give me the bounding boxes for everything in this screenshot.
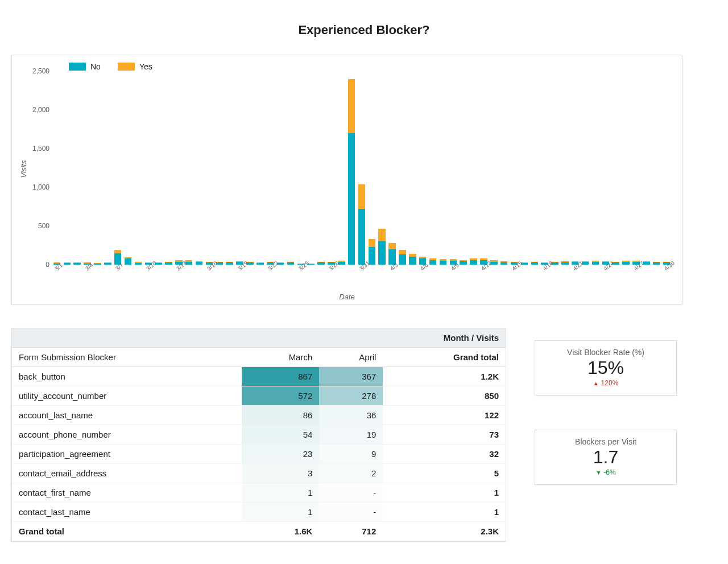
table-row[interactable]: utility_account_number572278850 [12,386,506,406]
legend-label-no: No [90,62,101,71]
chart-card: No Yes Visits 05001,0001,5002,0002,500 3… [11,55,682,305]
cell-april: 278 [319,386,383,406]
kpi-blocker-rate: Visit Blocker Rate (%) 15% ▲ 120% [535,340,677,396]
cell-total: 122 [383,406,506,425]
bar[interactable] [561,261,569,265]
table-col-march[interactable]: March [242,348,319,367]
table-row[interactable]: back_button8673671.2K [12,367,506,386]
bar[interactable] [622,261,630,265]
bar[interactable] [369,239,376,265]
bar[interactable] [399,250,406,265]
table-col-april[interactable]: April [319,348,383,367]
legend-item-yes[interactable]: Yes [118,62,152,71]
cell-total: 5 [383,464,506,483]
kpi-blockers-per-visit: Blockers per Visit 1.7 ▼ -6% [535,430,677,485]
y-axis-label: Visits [19,160,28,178]
bar[interactable] [196,261,203,265]
kpi-value: 1.7 [541,447,671,467]
row-label: contact_last_name [12,503,242,522]
cell-march: 1 [242,503,319,522]
row-label: utility_account_number [12,386,242,406]
legend-swatch-no [69,63,86,71]
arrow-up-icon: ▲ [593,380,599,386]
row-label: back_button [12,367,242,386]
table-row[interactable]: contact_first_name1-1 [12,483,506,503]
cell-march: 572 [242,386,319,406]
bar[interactable] [64,262,71,265]
cell-total: 1 [383,483,506,503]
cell-total: 1 [383,503,506,522]
bar[interactable] [429,258,437,265]
bar[interactable] [470,258,477,265]
legend-swatch-yes [118,63,135,71]
legend-label-yes: Yes [139,62,152,71]
chart-legend: No Yes [69,62,152,71]
y-tick: 2,000 [32,106,49,114]
bar[interactable] [104,262,111,265]
cell-march: 23 [242,444,319,464]
blocker-table: Month / Visits Form Submission Blocker M… [11,328,506,542]
bar[interactable] [287,262,295,265]
cell-total: 1.2K [383,367,506,386]
bar[interactable] [135,262,142,265]
table-row[interactable]: participation_agreement23932 [12,444,506,464]
page-title: Experienced Blocker? [11,23,717,38]
cell-march: 54 [242,425,319,444]
row-label: account_last_name [12,406,242,425]
cell-total: 73 [383,425,506,444]
cell-april: 367 [319,367,383,386]
bar[interactable] [409,254,416,265]
bar[interactable] [358,184,366,265]
row-label: account_phone_number [12,425,242,444]
bar[interactable] [257,262,264,265]
y-tick: 1,500 [32,145,49,153]
y-tick: 500 [38,222,49,230]
kpi-delta: ▲ 120% [541,379,671,387]
table-row-header[interactable]: Form Submission Blocker [12,348,242,367]
legend-item-no[interactable]: No [69,62,101,71]
table-row[interactable]: contact_email_address325 [12,464,506,483]
bar[interactable] [125,257,132,265]
cell-total: 850 [383,386,506,406]
bar[interactable] [653,262,660,265]
bar[interactable] [440,259,447,265]
table-row[interactable]: contact_last_name1-1 [12,503,506,522]
cell-april: 9 [319,444,383,464]
table-col-total[interactable]: Grand total [383,348,506,367]
table-grand-total: Grand total1.6K7122.3K [12,522,506,541]
bar[interactable] [317,262,325,265]
table-super-header: Month / Visits [12,328,506,348]
row-label: participation_agreement [12,444,242,464]
cell-april: - [319,503,383,522]
arrow-down-icon: ▼ [595,470,601,476]
bar[interactable] [531,262,539,265]
cell-april: 19 [319,425,383,444]
cell-april: - [319,483,383,503]
cell-march: 3 [242,464,319,483]
bar[interactable] [73,262,81,265]
chart-plot-area[interactable] [52,71,672,265]
bar[interactable] [378,229,386,265]
row-label: contact_first_name [12,483,242,503]
bar[interactable] [348,79,355,265]
cell-total: 32 [383,444,506,464]
table-row[interactable]: account_last_name8636122 [12,406,506,425]
y-tick: 2,500 [32,67,49,75]
cell-april: 36 [319,406,383,425]
bar[interactable] [226,262,233,265]
bar[interactable] [592,261,599,265]
kpi-delta-text: -6% [603,468,615,476]
y-tick: 1,000 [32,183,49,191]
kpi-delta-text: 120% [601,379,619,387]
kpi-label: Visit Blocker Rate (%) [541,348,671,357]
kpi-delta: ▼ -6% [541,468,671,476]
kpi-label: Blockers per Visit [541,437,671,446]
row-label: contact_email_address [12,464,242,483]
x-axis-label: Date [11,293,682,301]
table-row[interactable]: account_phone_number541973 [12,425,506,444]
cell-march: 1 [242,483,319,503]
bar[interactable] [165,262,172,265]
bar[interactable] [500,261,508,265]
bar[interactable] [94,263,101,265]
bar[interactable] [460,260,467,265]
